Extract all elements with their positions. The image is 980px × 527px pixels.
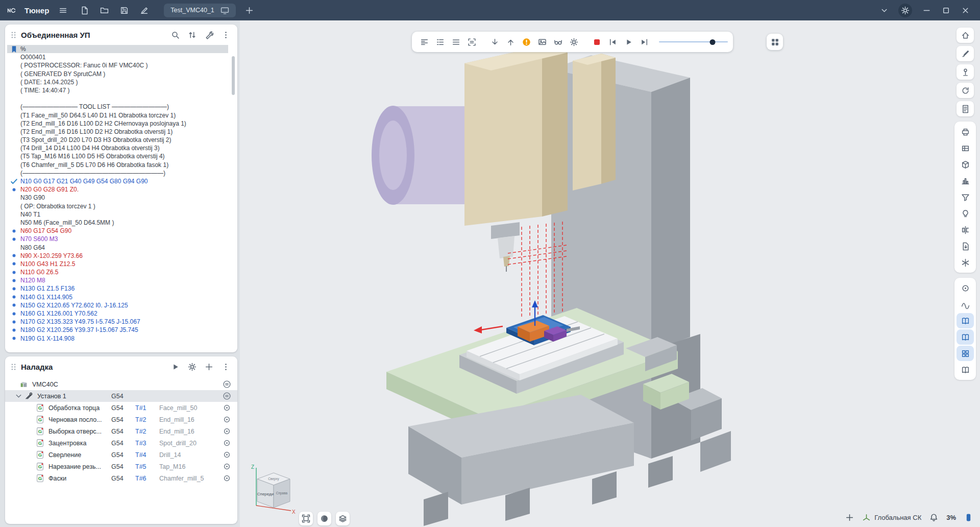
gcode-line[interactable]: (T1 Face_mill_50 D64.5 L40 D1 H1 Obrabot… <box>7 111 228 119</box>
machine-tree-node[interactable]: VMC40C <box>5 378 237 390</box>
snapshot-button[interactable] <box>535 35 550 50</box>
setup-tree-node[interactable]: Установ 1G54 <box>5 390 237 402</box>
search-button[interactable] <box>168 28 182 42</box>
simulation-speed-slider[interactable] <box>659 35 728 50</box>
stop-button[interactable] <box>590 35 604 50</box>
frame-selection-button[interactable] <box>464 35 479 50</box>
line-dot-icon[interactable] <box>7 301 20 309</box>
gcode-line[interactable]: (T2 End_mill_16 D16 L100 D2 H2 CHernovay… <box>7 119 228 128</box>
gcode-line[interactable]: N100 G43 H1 Z12.5 <box>7 260 228 268</box>
operation-tree-node[interactable]: GНарезание резь...G54T#5Tap_M16 <box>5 461 237 472</box>
expand-grid-button[interactable] <box>767 34 783 50</box>
chevron-down-icon[interactable] <box>14 392 23 400</box>
line-dot-icon[interactable] <box>7 259 20 268</box>
to-start-button[interactable] <box>605 35 620 50</box>
freeze-button[interactable] <box>957 255 974 270</box>
gcode-line[interactable]: % <box>7 45 228 53</box>
more-button[interactable] <box>218 360 233 374</box>
coordinate-system-selector[interactable]: Глобальная СК <box>862 513 921 522</box>
expand-menu-button[interactable] <box>876 3 892 18</box>
maximize-button[interactable] <box>938 3 953 18</box>
line-dot-icon[interactable] <box>7 309 20 318</box>
step-down-button[interactable] <box>487 35 502 50</box>
gcode-line[interactable]: N10 G0 G17 G21 G40 G49 G54 G80 G94 G90 <box>7 177 228 185</box>
bookmark-icon[interactable] <box>7 45 20 54</box>
new-tab-button[interactable] <box>242 3 257 18</box>
gcode-line[interactable]: N110 G0 Z6.5 <box>7 268 228 276</box>
grid-view-button[interactable] <box>957 346 974 361</box>
close-button[interactable] <box>958 3 973 18</box>
line-dot-icon[interactable] <box>7 276 20 285</box>
operation-tree-node[interactable]: GЧерновая посло...G54T#2End_mill_16 <box>5 414 237 425</box>
gcode-line[interactable]: N150 G2 X120.65 Y72.602 I0. J-16.125 <box>7 301 228 309</box>
probe-button[interactable] <box>957 64 974 80</box>
view-cube[interactable]: Z X Сверху Спереди Справа <box>245 462 298 517</box>
appearance-button[interactable] <box>957 46 974 61</box>
filter-button[interactable] <box>957 189 974 205</box>
3d-viewport[interactable]: Z X Сверху Спереди Справа Глобальная СК … <box>240 20 980 527</box>
gcode-line[interactable]: (————————— TOOL LIST —————————) <box>7 103 228 111</box>
home-view-button[interactable] <box>957 28 974 43</box>
add-operation-button[interactable] <box>202 360 216 374</box>
gcode-line[interactable]: N60 G17 G54 G90 <box>7 227 228 235</box>
gcode-line[interactable]: N80 G64 <box>7 244 228 252</box>
drag-handle-icon[interactable] <box>9 31 18 39</box>
play-button[interactable] <box>621 35 636 50</box>
gcode-scrollbar[interactable] <box>232 49 235 347</box>
new-document-button[interactable] <box>77 3 92 18</box>
app-settings-button[interactable] <box>898 4 912 17</box>
points-button[interactable] <box>957 280 974 296</box>
gcode-line[interactable]: (T2 End_mill_16 D16 L100 D2 H2 Obrabotka… <box>7 128 228 136</box>
gcode-line[interactable]: N170 G2 X135.323 Y49.75 I-5.745 J-15.067 <box>7 318 228 326</box>
document-tab[interactable]: Test_VMC40_1 <box>164 4 235 17</box>
gcode-line[interactable]: ( TIME: 14:40:47 ) <box>7 86 228 94</box>
gcode-line[interactable] <box>7 94 228 103</box>
gcode-line[interactable]: ( OP: Obrabotka torczev 1 ) <box>7 202 228 210</box>
gcode-line[interactable]: (T6 Chamfer_mill_5 D5 L70 D6 H6 Obrabotk… <box>7 161 228 169</box>
gcode-line[interactable]: (T4 Drill_14 D14 L100 D4 H4 Obrabotka ot… <box>7 144 228 152</box>
line-dot-icon[interactable] <box>7 251 20 260</box>
postprocess-button[interactable] <box>202 28 216 42</box>
docs-button[interactable] <box>957 313 974 328</box>
simulation-settings-button[interactable] <box>567 35 581 50</box>
code-view-full-button[interactable] <box>449 35 463 50</box>
operation-tree-node[interactable]: GОбработка торцаG54T#1Face_mill_50 <box>5 402 237 414</box>
gcode-line[interactable]: N180 G2 X120.256 Y39.37 I-15.067 J5.745 <box>7 326 228 334</box>
report-button[interactable] <box>957 101 974 116</box>
notifications-button[interactable] <box>929 513 938 522</box>
line-dot-icon[interactable] <box>7 326 20 334</box>
operation-tree-node[interactable]: GФаскиG54T#6Chamfer_mill_5 <box>5 472 237 484</box>
run-simulation-button[interactable] <box>168 360 182 374</box>
focus-operation-button[interactable] <box>221 473 232 484</box>
step-up-button[interactable] <box>503 35 518 50</box>
focus-operation-button[interactable] <box>221 461 232 472</box>
gcode-line[interactable]: N140 G1 X114.905 <box>7 293 228 301</box>
update-button[interactable] <box>957 83 974 98</box>
line-dot-icon[interactable] <box>7 235 20 244</box>
main-menu-button[interactable] <box>55 3 70 18</box>
gcode-line[interactable]: N50 M6 (Face_mill_50 D64.5MM ) <box>7 219 228 227</box>
manual-button[interactable] <box>957 329 974 345</box>
warnings-button[interactable] <box>519 35 534 50</box>
sync-selection-button[interactable] <box>185 28 199 42</box>
gcode-line[interactable]: N190 G1 X-114.908 <box>7 334 228 343</box>
edit-project-button[interactable] <box>136 3 152 18</box>
gcode-line[interactable]: ( DATE: 14.04.2025 ) <box>7 78 228 86</box>
gcode-line[interactable]: N30 G90 <box>7 194 228 202</box>
shaded-view-button[interactable] <box>317 512 331 525</box>
stock-button[interactable] <box>957 157 974 172</box>
notes-button[interactable] <box>957 362 974 377</box>
line-dot-icon[interactable] <box>7 334 20 343</box>
tool-rack-button[interactable] <box>957 173 974 188</box>
gcode-line[interactable]: N20 G0 G28 G91 Z0. <box>7 185 228 194</box>
focus-operation-button[interactable] <box>221 402 232 414</box>
gcode-line[interactable]: N160 G1 X126.001 Y70.562 <box>7 309 228 318</box>
fit-view-button[interactable] <box>299 512 313 525</box>
setup-settings-button[interactable] <box>185 360 199 374</box>
gcode-line[interactable]: ( POSTPROCESSOR: Fanuc 0i MF VMC40C ) <box>7 61 228 69</box>
operation-tree-node[interactable]: GВыборка отверс...G54T#2End_mill_16 <box>5 425 237 437</box>
line-dot-icon[interactable] <box>7 318 20 326</box>
focus-operation-button[interactable] <box>221 426 232 437</box>
line-dot-icon[interactable] <box>7 268 20 277</box>
minimize-button[interactable] <box>919 3 934 18</box>
